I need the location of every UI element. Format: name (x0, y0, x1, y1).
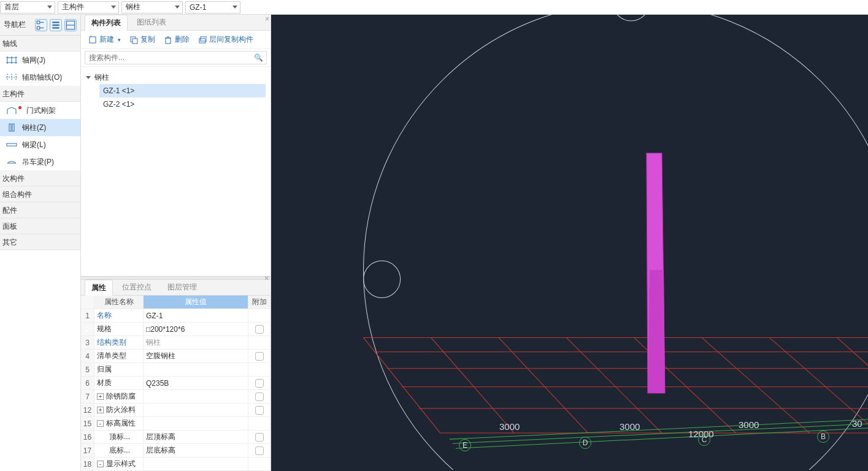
tree-node-root[interactable]: 钢柱 (86, 71, 266, 84)
copy-icon (129, 36, 138, 44)
property-row[interactable]: 7+除锈防腐 (81, 390, 271, 404)
nav-item-crane-beam[interactable]: 吊车梁(P) (0, 153, 80, 170)
checkbox[interactable] (255, 379, 264, 388)
tab-component-list[interactable]: 构件列表 (85, 15, 128, 31)
checkbox[interactable] (255, 433, 264, 442)
nav-item-portal-frame[interactable]: 门式刚架 (0, 102, 80, 119)
property-value[interactable] (144, 458, 248, 470)
property-value[interactable] (144, 390, 248, 403)
property-value[interactable]: 空腹钢柱 (144, 350, 248, 362)
left-nav-panel: 导航栏 轴线 轴网(J) 辅助轴线(O) 主构件 门式刚架 (0, 15, 81, 471)
nav-header: 导航栏 (0, 15, 80, 36)
property-row[interactable]: 6材质Q235B (81, 377, 271, 390)
new-icon (88, 36, 97, 44)
search-icon[interactable]: 🔍 (254, 53, 263, 62)
property-name: +除锈防腐 (94, 390, 144, 403)
category-dropdown-value: 主构件 (62, 2, 84, 12)
col-name: 属性名称 (94, 296, 144, 308)
property-name: 结构类别 (94, 336, 144, 349)
property-name: 归属 (94, 363, 144, 376)
nav-section-fittings[interactable]: 配件 (0, 202, 80, 218)
property-value[interactable]: 层底标高 (144, 444, 248, 457)
property-value[interactable]: GZ-1 (144, 309, 248, 322)
nav-view-grid-icon[interactable] (64, 19, 77, 31)
property-value[interactable]: □200*120*6 (144, 323, 248, 335)
property-row[interactable]: 4清单类型空腹钢柱 (81, 350, 271, 363)
nav-item-axis-grid[interactable]: 轴网(J) (0, 52, 80, 69)
property-extra (248, 309, 271, 322)
property-row[interactable]: 15-标高属性 (81, 417, 271, 431)
nav-item-aux-axis[interactable]: 辅助轴线(O) (0, 69, 80, 86)
nav-item-steel-beam[interactable]: 钢梁(L) (0, 136, 80, 153)
row-number: 16 (81, 431, 94, 443)
property-row[interactable]: 5归属 (81, 363, 271, 377)
new-button[interactable]: 新建▾ (86, 33, 123, 46)
property-value[interactable] (144, 404, 248, 416)
tree-item-gz1[interactable]: GZ-1 <1> (99, 84, 266, 98)
nav-section-main-comp[interactable]: 主构件 (0, 86, 80, 102)
checkbox[interactable] (255, 392, 264, 401)
checkbox[interactable] (255, 325, 264, 334)
expand-icon[interactable]: + (97, 393, 104, 400)
nav-item-label: 轴网(J) (22, 55, 45, 66)
nav-view-list-icon[interactable] (50, 19, 62, 31)
tab-position[interactable]: 位置控点 (115, 279, 158, 295)
3d-viewport[interactable]: 3000 3000 12000 3000 30 E D C B (271, 15, 868, 471)
tab-layer[interactable]: 图层管理 (161, 279, 204, 295)
nav-section-combo[interactable]: 组合构件 (0, 186, 80, 202)
delete-button[interactable]: 删除 (161, 33, 192, 46)
nav-section-panel[interactable]: 面板 (0, 218, 80, 234)
property-extra (248, 363, 271, 376)
type-dropdown[interactable]: 钢柱 (121, 1, 183, 13)
collapse-icon[interactable]: - (97, 420, 104, 427)
nav-title: 导航栏 (4, 20, 26, 30)
property-value[interactable]: 层顶标高 (144, 431, 248, 443)
tree-expand-icon[interactable] (86, 76, 91, 79)
property-row[interactable]: 17底标...层底标高 (81, 444, 271, 458)
property-row[interactable]: 3结构类别钢柱 (81, 336, 271, 350)
property-row[interactable]: 12+防火涂料 (81, 404, 271, 417)
nav-view-tree-icon[interactable] (35, 19, 47, 31)
copy-between-icon (198, 36, 207, 44)
crane-beam-icon (6, 158, 17, 166)
property-tabs: 属性 位置控点 图层管理 (81, 280, 271, 296)
copy-button[interactable]: 复制 (127, 33, 158, 46)
col-value[interactable]: 属性值 (144, 296, 248, 308)
steel-column-3d (647, 153, 665, 393)
collapse-icon[interactable]: - (97, 461, 104, 467)
tab-drawing-list[interactable]: 图纸列表 (130, 14, 173, 30)
property-value[interactable] (144, 417, 248, 430)
checkbox[interactable] (255, 406, 264, 415)
nav-item-steel-column[interactable]: 钢柱(Z) (0, 119, 80, 136)
tree-item-gz2[interactable]: GZ-2 <1> (99, 98, 266, 111)
chevron-down-icon (175, 6, 180, 9)
floor-dropdown[interactable]: 首层 (0, 1, 55, 13)
close-icon[interactable]: × (264, 274, 269, 283)
property-value[interactable]: 钢柱 (144, 336, 248, 349)
category-dropdown[interactable]: 主构件 (58, 1, 119, 13)
nav-section-sub-comp[interactable]: 次构件 (0, 170, 80, 186)
nav-section-other[interactable]: 其它 (0, 234, 80, 250)
property-row[interactable]: 1名称GZ-1 (81, 309, 271, 323)
instance-dropdown[interactable]: GZ-1 (185, 1, 240, 13)
component-search: 🔍 (81, 49, 271, 67)
close-icon[interactable]: × (265, 15, 269, 23)
property-value[interactable]: Q235B (144, 377, 248, 389)
copy-between-floors-button[interactable]: 层间复制构件 (196, 33, 256, 46)
nav-section-axis[interactable]: 轴线 (0, 36, 80, 52)
svg-marker-52 (648, 270, 665, 393)
property-row[interactable]: 18-显示样式 (81, 458, 271, 471)
property-row[interactable]: 2规格□200*120*6 (81, 323, 271, 336)
checkbox[interactable] (255, 352, 264, 361)
property-name: -标高属性 (94, 417, 144, 430)
property-value[interactable] (144, 363, 248, 376)
property-extra (248, 377, 271, 389)
property-row[interactable]: 16顶标...层顶标高 (81, 431, 271, 444)
svg-point-33 (363, 261, 400, 297)
checkbox[interactable] (255, 446, 264, 455)
search-input[interactable] (85, 51, 267, 64)
dimension-label: 30 (852, 418, 862, 429)
tab-properties[interactable]: 属性 (85, 280, 113, 296)
expand-icon[interactable]: + (97, 407, 104, 413)
row-number: 4 (81, 350, 94, 362)
